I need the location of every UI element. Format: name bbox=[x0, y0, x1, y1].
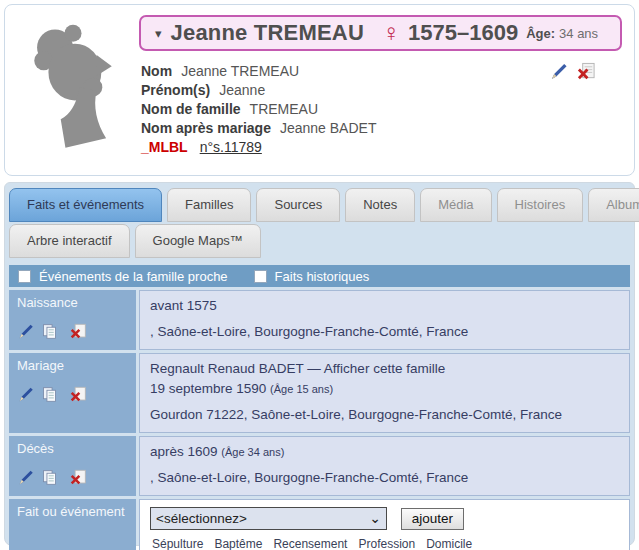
mlbl-tag: _MLBL bbox=[141, 139, 188, 155]
fact-label-cell: Décès bbox=[9, 436, 136, 496]
record-id-link[interactable]: n°s.11789 bbox=[200, 139, 262, 155]
person-name-bar[interactable]: ▾ Jeanne TREMEAU ♀ 1575–1609 Âge: 34 ans bbox=[139, 15, 622, 51]
quick-link-profession[interactable]: Profession bbox=[358, 534, 415, 550]
fact-name: Fait ou événement bbox=[17, 504, 128, 519]
reference-row: _MLBLn°s.11789 bbox=[141, 138, 624, 157]
filter-bar: Événements de la famille proche Faits hi… bbox=[9, 265, 630, 287]
fact-label-cell: Fait ou événement bbox=[9, 499, 136, 550]
delete-icon[interactable] bbox=[577, 62, 596, 85]
person-name: Jeanne TREMEAU bbox=[171, 20, 365, 46]
quick-link-domicile[interactable]: Domicile bbox=[426, 534, 472, 550]
copy-icon[interactable] bbox=[41, 323, 58, 340]
filter-historic-facts[interactable]: Faits historiques bbox=[254, 269, 370, 284]
edit-icon[interactable] bbox=[549, 62, 568, 85]
add-fact-cell: <sélectionnez> ⌄ ajouter Sépulture Baptê… bbox=[139, 499, 630, 550]
fact-name: Naissance bbox=[17, 295, 128, 310]
fact-row-add: Fait ou événement <sélectionnez> ⌄ ajout… bbox=[9, 499, 630, 550]
female-icon: ♀ bbox=[382, 21, 400, 45]
age-label: Âge: bbox=[526, 26, 555, 41]
fact-value-cell: après 1609 (Âge 34 ans) , Saône-et-Loire… bbox=[139, 436, 630, 496]
individual-page: ▾ Jeanne TREMEAU ♀ 1575–1609 Âge: 34 ans… bbox=[0, 0, 639, 550]
fact-value-cell: avant 1575 , Saône-et-Loire, Bourgogne-F… bbox=[139, 290, 630, 350]
delete-icon[interactable] bbox=[70, 323, 87, 340]
tab-row-1: Faits et événements Familles Sources Not… bbox=[8, 188, 631, 222]
fact-label-cell: Mariage bbox=[9, 353, 136, 433]
filter-close-family-events[interactable]: Événements de la famille proche bbox=[18, 269, 228, 284]
tab-row-2: Arbre interactif Google Maps™ bbox=[8, 224, 631, 258]
tabs-panel: Faits et événements Familles Sources Not… bbox=[4, 182, 635, 546]
age-at-event: (Âge 34 ans) bbox=[221, 446, 284, 458]
quick-fact-links: Sépulture Baptême Recensement Profession… bbox=[150, 534, 619, 550]
fact-type-select[interactable]: <sélectionnez> bbox=[150, 507, 387, 530]
copy-icon[interactable] bbox=[41, 386, 58, 403]
tab-google-maps[interactable]: Google Maps™ bbox=[135, 224, 261, 258]
fact-place: , Saône-et-Loire, Bourgogne-Franche-Comt… bbox=[150, 322, 619, 342]
tab-media[interactable]: Média bbox=[420, 188, 491, 222]
tab-sources[interactable]: Sources bbox=[256, 188, 340, 222]
person-lifespan: 1575–1609 bbox=[408, 20, 518, 46]
fact-name: Mariage bbox=[17, 358, 128, 373]
female-silhouette-icon bbox=[21, 16, 125, 164]
fact-date: 19 septembre 1590 (Âge 15 ans) bbox=[150, 379, 619, 399]
tab-notes[interactable]: Notes bbox=[345, 188, 415, 222]
fact-date: avant 1575 bbox=[150, 296, 619, 316]
detail-row: Nom de familleTREMEAU bbox=[141, 100, 624, 119]
detail-row: Nom après mariageJeanne BADET bbox=[141, 119, 624, 138]
chevron-down-icon: ▾ bbox=[155, 26, 162, 41]
quick-link-bapteme[interactable]: Baptême bbox=[214, 534, 262, 550]
delete-icon[interactable] bbox=[70, 469, 87, 486]
fact-value-cell: Regnault Renaud BADET — Afficher cette f… bbox=[139, 353, 630, 433]
checkbox-icon[interactable] bbox=[18, 270, 31, 283]
fact-place: , Saône-et-Loire, Bourgogne-Franche-Comt… bbox=[150, 468, 619, 488]
tab-album[interactable]: Album bbox=[588, 188, 639, 222]
fact-date: après 1609 (Âge 34 ans) bbox=[150, 442, 619, 462]
family-link[interactable]: Regnault Renaud BADET — Afficher cette f… bbox=[150, 359, 619, 379]
fact-row-death: Décès après 1609 (Âge 34 ans) , Saône-et… bbox=[9, 436, 630, 496]
tab-faits-et-evenements[interactable]: Faits et événements bbox=[9, 188, 162, 222]
portrait-silhouette[interactable] bbox=[21, 16, 125, 164]
tab-histoires[interactable]: Histoires bbox=[497, 188, 584, 222]
person-header-card: ▾ Jeanne TREMEAU ♀ 1575–1609 Âge: 34 ans… bbox=[4, 4, 635, 176]
tab-familles[interactable]: Familles bbox=[167, 188, 251, 222]
fact-place: Gourdon 71222, Saône-et-Loire, Bourgogne… bbox=[150, 405, 619, 425]
age-value: 34 ans bbox=[559, 26, 598, 41]
name-details: NomJeanne TREMEAU Prénom(s)Jeanne Nom de… bbox=[139, 62, 624, 157]
quick-link-recensement[interactable]: Recensement bbox=[273, 534, 347, 550]
fact-row-marriage: Mariage Regnault Renaud BADET — Afficher… bbox=[9, 353, 630, 433]
add-fact-button[interactable]: ajouter bbox=[401, 508, 464, 530]
person-info: ▾ Jeanne TREMEAU ♀ 1575–1609 Âge: 34 ans… bbox=[135, 5, 634, 175]
fact-label-cell: Naissance bbox=[9, 290, 136, 350]
checkbox-icon[interactable] bbox=[254, 270, 267, 283]
age-at-event: (Âge 15 ans) bbox=[270, 383, 333, 395]
edit-icon[interactable] bbox=[17, 386, 34, 403]
edit-icon[interactable] bbox=[17, 323, 34, 340]
edit-icon[interactable] bbox=[17, 469, 34, 486]
fact-row-birth: Naissance avant 1575 , Saône-et-Loire, B… bbox=[9, 290, 630, 350]
tab-arbre-interactif[interactable]: Arbre interactif bbox=[9, 224, 130, 258]
delete-icon[interactable] bbox=[70, 386, 87, 403]
fact-name: Décès bbox=[17, 441, 128, 456]
copy-icon[interactable] bbox=[41, 469, 58, 486]
quick-link-sepulture[interactable]: Sépulture bbox=[152, 534, 203, 550]
